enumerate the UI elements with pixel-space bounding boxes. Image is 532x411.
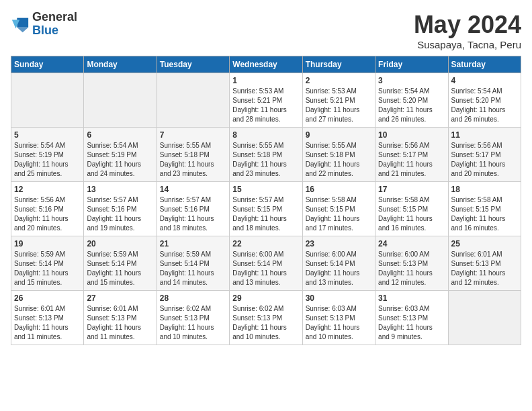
calendar-cell: 16Sunrise: 5:58 AM Sunset: 5:15 PM Dayli… [302, 182, 375, 236]
day-number: 12 [14, 185, 81, 194]
calendar-cell [157, 73, 229, 128]
day-number: 7 [160, 130, 226, 140]
calendar-cell: 23Sunrise: 6:00 AM Sunset: 5:14 PM Dayli… [302, 236, 375, 291]
calendar-cell: 18Sunrise: 5:58 AM Sunset: 5:15 PM Dayli… [448, 182, 521, 236]
page-subtitle: Susapaya, Tacna, Peru [414, 39, 521, 50]
day-info: Sunrise: 6:00 AM Sunset: 5:14 PM Dayligh… [306, 250, 372, 287]
day-info: Sunrise: 6:01 AM Sunset: 5:13 PM Dayligh… [14, 304, 81, 342]
day-number: 16 [306, 185, 372, 194]
day-number: 31 [378, 293, 445, 303]
day-info: Sunrise: 5:59 AM Sunset: 5:14 PM Dayligh… [87, 250, 153, 287]
week-row-5: 26Sunrise: 6:01 AM Sunset: 5:13 PM Dayli… [11, 291, 521, 345]
week-row-2: 5Sunrise: 5:54 AM Sunset: 5:19 PM Daylig… [11, 128, 521, 182]
day-number: 3 [378, 76, 445, 85]
day-info: Sunrise: 5:54 AM Sunset: 5:20 PM Dayligh… [451, 87, 518, 124]
day-number: 25 [451, 239, 518, 248]
day-info: Sunrise: 5:59 AM Sunset: 5:14 PM Dayligh… [14, 250, 81, 287]
calendar-cell: 30Sunrise: 6:03 AM Sunset: 5:13 PM Dayli… [302, 291, 375, 345]
day-number: 10 [378, 130, 445, 140]
calendar-cell: 22Sunrise: 6:00 AM Sunset: 5:14 PM Dayli… [230, 236, 302, 291]
day-info: Sunrise: 6:00 AM Sunset: 5:13 PM Dayligh… [378, 250, 445, 287]
logo-icon [11, 15, 30, 34]
page-title: May 2024 [414, 11, 521, 39]
calendar-cell [448, 291, 521, 345]
title-block: May 2024 Susapaya, Tacna, Peru [414, 11, 521, 50]
calendar-cell: 25Sunrise: 6:01 AM Sunset: 5:13 PM Dayli… [448, 236, 521, 291]
day-info: Sunrise: 6:00 AM Sunset: 5:14 PM Dayligh… [232, 250, 299, 287]
header-row: SundayMondayTuesdayWednesdayThursdayFrid… [11, 56, 521, 73]
day-info: Sunrise: 5:57 AM Sunset: 5:16 PM Dayligh… [87, 195, 153, 233]
week-row-3: 12Sunrise: 5:56 AM Sunset: 5:16 PM Dayli… [11, 182, 521, 236]
calendar-cell: 17Sunrise: 5:58 AM Sunset: 5:15 PM Dayli… [375, 182, 448, 236]
day-number: 1 [232, 76, 299, 85]
day-number: 8 [232, 130, 299, 140]
day-number: 19 [14, 239, 81, 248]
day-info: Sunrise: 5:56 AM Sunset: 5:17 PM Dayligh… [378, 141, 445, 179]
page-header: General Blue May 2024 Susapaya, Tacna, P… [11, 11, 521, 50]
day-info: Sunrise: 5:54 AM Sunset: 5:19 PM Dayligh… [87, 141, 153, 179]
day-number: 9 [306, 130, 372, 140]
day-number: 4 [451, 76, 518, 85]
day-number: 17 [378, 185, 445, 194]
calendar-cell: 12Sunrise: 5:56 AM Sunset: 5:16 PM Dayli… [11, 182, 84, 236]
calendar-cell: 6Sunrise: 5:54 AM Sunset: 5:19 PM Daylig… [84, 128, 157, 182]
calendar-cell: 2Sunrise: 5:53 AM Sunset: 5:21 PM Daylig… [302, 73, 375, 128]
calendar-table: SundayMondayTuesdayWednesdayThursdayFrid… [11, 56, 521, 345]
day-number: 24 [378, 239, 445, 248]
logo-general: General [32, 11, 77, 24]
col-header-thursday: Thursday [302, 56, 375, 73]
day-info: Sunrise: 5:58 AM Sunset: 5:15 PM Dayligh… [451, 195, 518, 233]
svg-marker-1 [17, 27, 28, 32]
day-info: Sunrise: 5:58 AM Sunset: 5:15 PM Dayligh… [378, 195, 445, 233]
day-number: 30 [306, 293, 372, 303]
col-header-sunday: Sunday [11, 56, 84, 73]
col-header-friday: Friday [375, 56, 448, 73]
col-header-monday: Monday [84, 56, 157, 73]
calendar-cell: 28Sunrise: 6:02 AM Sunset: 5:13 PM Dayli… [157, 291, 229, 345]
day-info: Sunrise: 6:02 AM Sunset: 5:13 PM Dayligh… [232, 304, 299, 342]
day-number: 15 [232, 185, 299, 194]
logo-text: General Blue [32, 11, 77, 38]
week-row-1: 1Sunrise: 5:53 AM Sunset: 5:21 PM Daylig… [11, 73, 521, 128]
col-header-wednesday: Wednesday [230, 56, 302, 73]
day-info: Sunrise: 5:57 AM Sunset: 5:16 PM Dayligh… [160, 195, 226, 233]
calendar-cell [11, 73, 84, 128]
day-number: 22 [232, 239, 299, 248]
day-info: Sunrise: 5:56 AM Sunset: 5:16 PM Dayligh… [14, 195, 81, 233]
day-number: 2 [306, 76, 372, 85]
day-number: 23 [306, 239, 372, 248]
calendar-cell: 3Sunrise: 5:54 AM Sunset: 5:20 PM Daylig… [375, 73, 448, 128]
day-info: Sunrise: 5:55 AM Sunset: 5:18 PM Dayligh… [232, 141, 299, 179]
calendar-cell: 19Sunrise: 5:59 AM Sunset: 5:14 PM Dayli… [11, 236, 84, 291]
day-info: Sunrise: 5:59 AM Sunset: 5:14 PM Dayligh… [160, 250, 226, 287]
calendar-cell: 20Sunrise: 5:59 AM Sunset: 5:14 PM Dayli… [84, 236, 157, 291]
calendar-cell: 7Sunrise: 5:55 AM Sunset: 5:18 PM Daylig… [157, 128, 229, 182]
calendar-cell: 9Sunrise: 5:55 AM Sunset: 5:18 PM Daylig… [302, 128, 375, 182]
day-info: Sunrise: 5:57 AM Sunset: 5:15 PM Dayligh… [232, 195, 299, 233]
calendar-cell: 8Sunrise: 5:55 AM Sunset: 5:18 PM Daylig… [230, 128, 302, 182]
day-info: Sunrise: 6:03 AM Sunset: 5:13 PM Dayligh… [378, 304, 445, 342]
day-info: Sunrise: 5:56 AM Sunset: 5:17 PM Dayligh… [451, 141, 518, 179]
logo: General Blue [11, 11, 77, 38]
calendar-cell: 26Sunrise: 6:01 AM Sunset: 5:13 PM Dayli… [11, 291, 84, 345]
logo-blue: Blue [32, 24, 77, 38]
calendar-cell: 21Sunrise: 5:59 AM Sunset: 5:14 PM Dayli… [157, 236, 229, 291]
calendar-cell: 14Sunrise: 5:57 AM Sunset: 5:16 PM Dayli… [157, 182, 229, 236]
day-number: 26 [14, 293, 81, 303]
day-number: 27 [87, 293, 153, 303]
calendar-cell: 4Sunrise: 5:54 AM Sunset: 5:20 PM Daylig… [448, 73, 521, 128]
day-number: 18 [451, 185, 518, 194]
day-info: Sunrise: 5:55 AM Sunset: 5:18 PM Dayligh… [160, 141, 226, 179]
day-info: Sunrise: 6:02 AM Sunset: 5:13 PM Dayligh… [160, 304, 226, 342]
col-header-tuesday: Tuesday [157, 56, 229, 73]
day-info: Sunrise: 5:53 AM Sunset: 5:21 PM Dayligh… [232, 87, 299, 124]
calendar-cell: 24Sunrise: 6:00 AM Sunset: 5:13 PM Dayli… [375, 236, 448, 291]
calendar-cell: 1Sunrise: 5:53 AM Sunset: 5:21 PM Daylig… [230, 73, 302, 128]
day-number: 20 [87, 239, 153, 248]
calendar-cell: 13Sunrise: 5:57 AM Sunset: 5:16 PM Dayli… [84, 182, 157, 236]
day-number: 13 [87, 185, 153, 194]
day-info: Sunrise: 6:01 AM Sunset: 5:13 PM Dayligh… [451, 250, 518, 287]
day-number: 11 [451, 130, 518, 140]
day-number: 21 [160, 239, 226, 248]
day-info: Sunrise: 5:54 AM Sunset: 5:19 PM Dayligh… [14, 141, 81, 179]
